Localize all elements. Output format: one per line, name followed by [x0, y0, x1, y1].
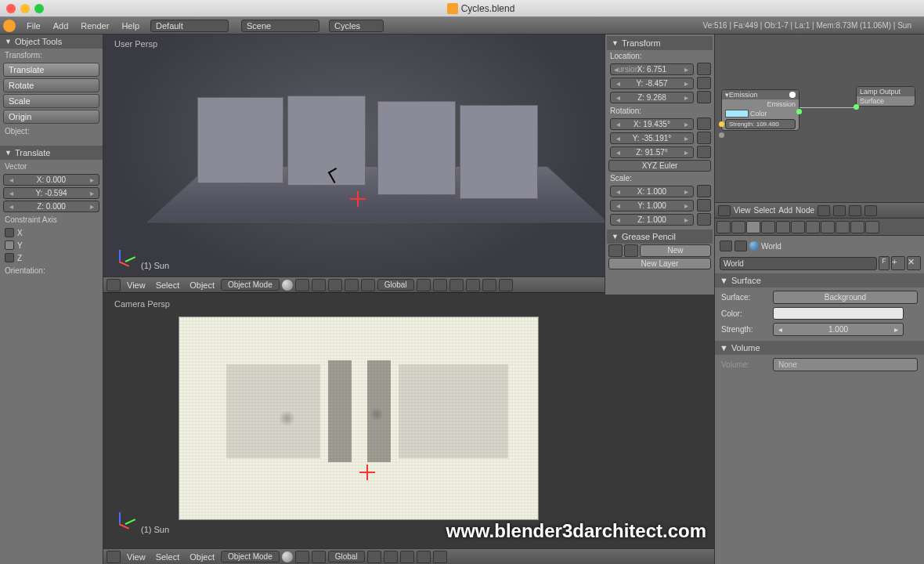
- layers-button-3[interactable]: [449, 279, 464, 291]
- orientation-dropdown[interactable]: Global: [377, 279, 414, 291]
- transform-panel-header[interactable]: ▼Transform: [607, 36, 713, 50]
- screen-layout-field[interactable]: Default: [150, 20, 229, 32]
- select-menu-2[interactable]: Select: [152, 552, 184, 562]
- lock-loc-z[interactable]: [697, 91, 711, 103]
- editor-type-button[interactable]: [106, 279, 121, 291]
- scl-x-field[interactable]: ◂X: 1.000▸: [610, 186, 694, 197]
- translate-z-field[interactable]: ◂Z: 0.000▸: [3, 201, 99, 212]
- strength-socket-button[interactable]: [908, 324, 918, 335]
- editor-type-node-button[interactable]: [718, 205, 731, 216]
- loc-z-field[interactable]: ◂Z: 9.268▸: [610, 92, 694, 103]
- origin-button[interactable]: Origin: [3, 110, 99, 124]
- add-world-button[interactable]: +: [891, 256, 905, 270]
- node-connection[interactable]: [799, 107, 856, 108]
- manipulator-toggle-2[interactable]: [312, 551, 326, 563]
- lock-rot-z[interactable]: [697, 146, 711, 158]
- lock-scl-z[interactable]: [697, 213, 711, 226]
- manipulator-scale-icon[interactable]: [361, 279, 375, 291]
- translate-x-field[interactable]: ◂X: 0.000▸: [3, 174, 99, 186]
- lock-rot-y[interactable]: [697, 132, 711, 144]
- physics-tab-icon[interactable]: [865, 221, 879, 233]
- data-tab-icon[interactable]: [806, 221, 820, 233]
- gp-new-layer-button[interactable]: New Layer: [608, 258, 711, 269]
- pivot-button[interactable]: [295, 279, 309, 291]
- volume-shader-dropdown[interactable]: None: [773, 358, 918, 371]
- scl-y-field[interactable]: ◂Y: 1.000▸: [610, 200, 694, 212]
- gp-add-button[interactable]: [624, 244, 638, 257]
- layers-button-b3[interactable]: [400, 551, 414, 563]
- constraint-z-checkbox[interactable]: [5, 253, 14, 262]
- lock-loc-y[interactable]: [697, 77, 711, 89]
- render-tab-icon[interactable]: [716, 221, 731, 233]
- object-tools-header[interactable]: ▼Object Tools: [0, 34, 103, 49]
- ne-node-menu[interactable]: Node: [796, 206, 814, 215]
- view-menu-2[interactable]: View: [123, 552, 150, 562]
- rotate-button[interactable]: Rotate: [3, 78, 99, 92]
- particles-tab-icon[interactable]: [850, 221, 864, 233]
- ne-type-texture[interactable]: [849, 205, 861, 216]
- strength-field[interactable]: Strength: 109.480: [725, 119, 796, 129]
- mode-dropdown[interactable]: Object Mode: [221, 279, 280, 291]
- constraint-x-checkbox[interactable]: [5, 228, 14, 237]
- texture-tab-icon[interactable]: [836, 221, 850, 233]
- render-engine-dropdown[interactable]: Cycles: [329, 20, 384, 32]
- world-tab-icon[interactable]: [746, 221, 760, 233]
- translate-y-field[interactable]: ◂Y: -0.594▸: [3, 187, 99, 199]
- layers-button-1[interactable]: [417, 279, 431, 291]
- ne-view-menu[interactable]: View: [734, 206, 751, 215]
- blender-logo-icon[interactable]: [3, 20, 16, 32]
- node-color-swatch[interactable]: [725, 110, 749, 118]
- loc-x-field[interactable]: ◂ursionX: 6.751▸: [610, 63, 694, 75]
- snap-toggle-2[interactable]: [417, 551, 431, 563]
- lock-scl-y[interactable]: [697, 199, 711, 212]
- 3d-viewport-bottom[interactable]: Camera Persp (1) Sun www.blender3darchit…: [103, 295, 714, 564]
- ne-type-shader[interactable]: [818, 205, 830, 216]
- node-output-socket[interactable]: [789, 92, 796, 98]
- lock-loc-x[interactable]: [697, 63, 711, 75]
- orientation-dropdown-2[interactable]: Global: [328, 551, 365, 562]
- ne-select-menu[interactable]: Select: [754, 206, 776, 215]
- close-window-button[interactable]: [6, 4, 16, 13]
- strength-input-socket[interactable]: [719, 132, 724, 138]
- lamp-output-node[interactable]: Lamp Output Surface: [856, 86, 915, 107]
- color-input-socket[interactable]: [719, 121, 724, 127]
- world-color-swatch[interactable]: [773, 307, 904, 320]
- shading-mode-icon[interactable]: [282, 280, 293, 291]
- menu-add[interactable]: Add: [49, 21, 74, 31]
- rot-y-field[interactable]: ◂Y: -35.191°▸: [610, 132, 694, 144]
- object-menu-2[interactable]: Object: [186, 552, 218, 562]
- volume-panel-header[interactable]: ▼Volume: [715, 341, 924, 355]
- gp-draw-button[interactable]: [608, 244, 623, 257]
- snap-toggle[interactable]: [482, 279, 496, 291]
- constraint-y-checkbox[interactable]: [5, 240, 14, 250]
- lock-camera-button[interactable]: [466, 279, 480, 291]
- color-socket-button[interactable]: [908, 308, 918, 319]
- translate-button[interactable]: Translate: [3, 63, 99, 77]
- view-menu[interactable]: View: [123, 280, 150, 290]
- node-editor[interactable]: ▾Emission Emission Color Strength: 109.4…: [715, 34, 924, 203]
- object-tab-icon[interactable]: [761, 221, 775, 233]
- pivot-button-2[interactable]: [295, 551, 309, 563]
- manipulator-toggle[interactable]: [312, 279, 326, 291]
- emission-output-socket[interactable]: [796, 109, 802, 114]
- shading-mode-icon-2[interactable]: [282, 551, 293, 562]
- world-strength-field[interactable]: ◂1.000▸: [773, 323, 904, 336]
- scene-pin-icon[interactable]: [720, 240, 732, 251]
- unlink-world-button[interactable]: ✕: [907, 256, 921, 270]
- surface-panel-header[interactable]: ▼Surface: [715, 273, 924, 287]
- render-border-button[interactable]: [499, 279, 513, 291]
- loc-y-field[interactable]: ◂Y: -8.457▸: [610, 78, 694, 89]
- world-datablock-field[interactable]: World: [720, 257, 877, 270]
- breadcrumb-world-label[interactable]: World: [761, 242, 781, 251]
- material-tab-icon[interactable]: [821, 221, 835, 233]
- manipulator-rotate-icon[interactable]: [345, 279, 359, 291]
- gp-new-button[interactable]: New: [640, 244, 711, 257]
- object-menu[interactable]: Object: [186, 280, 218, 290]
- ne-add-menu[interactable]: Add: [778, 206, 792, 215]
- scene-field[interactable]: Scene: [241, 20, 319, 32]
- scene-tab-icon[interactable]: [731, 221, 745, 233]
- 3d-viewport-top[interactable]: User Persp (1) Sun View Select Object Ob…: [103, 34, 605, 293]
- minimize-window-button[interactable]: [20, 4, 30, 13]
- constraints-tab-icon[interactable]: [776, 221, 790, 233]
- manipulator-translate-icon[interactable]: [328, 279, 342, 291]
